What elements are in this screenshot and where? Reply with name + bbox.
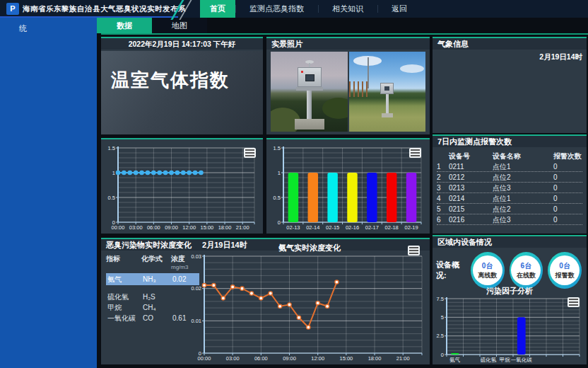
nav-item-home[interactable]: 首页: [200, 0, 235, 18]
svg-text:02-18: 02-18: [385, 224, 399, 231]
table-row: 50215点位20: [437, 204, 582, 214]
svg-text:7.5: 7.5: [437, 296, 444, 302]
svg-text:00:00: 00:00: [112, 224, 125, 231]
svg-text:甲烷: 甲烷: [500, 357, 511, 363]
svg-text:21:00: 21:00: [396, 355, 410, 362]
table-row: 20212点位20: [437, 172, 582, 183]
svg-text:15:00: 15:00: [200, 224, 213, 231]
monitor-device: [380, 83, 394, 94]
alarm-count-badge: 0台 报警数: [548, 252, 582, 289]
device-pole: [307, 91, 312, 120]
svg-text:0.5: 0.5: [108, 195, 115, 201]
dashboard-screen: P 海南省乐东黎族自治县大气恶臭状况实时发布系 首页 监测点恶臭指数 相关知识 …: [0, 0, 588, 368]
panel-pollutants: 恶臭污染物实时浓度变化 2月19日14时 指标 化学式 浓度mg/m3 氨气 N…: [101, 238, 430, 364]
svg-text:18:00: 18:00: [218, 224, 232, 231]
device-pole: [386, 94, 389, 114]
svg-text:硫化氢: 硫化氢: [481, 357, 497, 363]
svg-text:0: 0: [278, 219, 281, 226]
svg-text:1: 1: [112, 170, 115, 176]
svg-text:0.01: 0.01: [191, 318, 201, 324]
greenhouse-body: 温室气体指数: [101, 51, 263, 134]
chart-menu-icon[interactable]: [409, 148, 421, 158]
svg-text:12:00: 12:00: [182, 224, 196, 231]
table-row: 10211点位10: [437, 161, 582, 172]
svg-text:1.5: 1.5: [108, 145, 115, 151]
alarm-header: 7日内监测点报警次数: [433, 136, 587, 147]
nav-item-odor-index[interactable]: 监测点恶臭指数: [235, 0, 318, 18]
site-photo-1: [271, 52, 348, 132]
svg-text:5: 5: [441, 314, 444, 321]
tabs-underline: [101, 33, 588, 35]
panel-daily-bar-chart: 00.511.502-1302-1402-1502-1602-1702-1802…: [266, 138, 430, 234]
svg-text:00:00: 00:00: [198, 355, 211, 362]
svg-text:03:00: 03:00: [129, 224, 143, 231]
datetime-text: 2022年2月19日 14:17:03 下午好: [101, 38, 263, 50]
pollutant-row-h2s[interactable]: 硫化氢 H₂S: [106, 292, 199, 302]
table-row: 40214点位10: [437, 193, 582, 204]
svg-text:0.03: 0.03: [191, 253, 201, 260]
col-index: [437, 151, 449, 161]
topbar-accent-line: [0, 16, 178, 18]
svg-text:03:00: 03:00: [226, 355, 240, 362]
main-nav: 首页 监测点恶臭指数 相关知识 返回: [200, 0, 421, 18]
svg-text:氨气: 氨气: [449, 357, 460, 363]
daily-bar-chart: 00.511.502-1302-1402-1502-1602-1702-1802…: [268, 144, 428, 234]
panel-alarm-counts: 7日内监测点报警次数 设备号 设备名称 报警次数 10211点位10 20212…: [433, 134, 587, 234]
ammonia-chart-title: 氨气实时浓度变化: [207, 243, 412, 253]
device-overview: 设备概况: 0台 离线数 6台 在线数 0台 报警数: [436, 252, 587, 289]
chart-menu-icon[interactable]: [568, 297, 580, 307]
chart-menu-icon[interactable]: [408, 246, 420, 255]
panel-weather-info: 气象信息 2月19日14时: [433, 37, 587, 133]
nav-item-back[interactable]: 返回: [377, 0, 421, 18]
device-base: [295, 119, 324, 130]
svg-text:15:00: 15:00: [339, 355, 353, 362]
weather-header: 气象信息: [433, 38, 587, 50]
svg-text:02-19: 02-19: [404, 224, 418, 231]
vegetation: [322, 98, 348, 119]
app-title: 海南省乐东黎族自治县大气恶臭状况实时发布系: [23, 4, 186, 14]
cloud: [400, 64, 424, 73]
online-count-badge: 6台 在线数: [510, 252, 543, 289]
svg-text:02-15: 02-15: [326, 224, 339, 231]
tab-data[interactable]: 数据: [97, 18, 152, 33]
svg-text:12:00: 12:00: [311, 355, 324, 362]
panel-greenhouse-index: 2022年2月19日 14:17:03 下午好 温室气体指数: [101, 37, 263, 134]
col-alarm-count: 报警次数: [553, 151, 582, 161]
pollutant-row-ammonia[interactable]: 氨气 NH₃ 0.02: [106, 273, 199, 285]
overview-label: 设备概况:: [436, 260, 467, 281]
nav-item-knowledge[interactable]: 相关知识: [318, 0, 377, 18]
device-screen: [384, 86, 389, 91]
site-photo-2: [349, 52, 426, 132]
svg-text:一氧化碳: 一氧化碳: [511, 357, 533, 363]
svg-text:18:00: 18:00: [368, 355, 382, 362]
svg-text:1.5: 1.5: [274, 145, 281, 151]
pollutants-title: 恶臭污染物实时浓度变化: [106, 241, 192, 249]
svg-text:09:00: 09:00: [165, 224, 178, 231]
alarm-table: 设备号 设备名称 报警次数 10211点位10 20212点位20 30213点…: [437, 151, 582, 225]
chart-menu-icon[interactable]: [244, 148, 256, 158]
svg-text:02-13: 02-13: [286, 224, 300, 231]
sidebar: 统: [0, 18, 97, 368]
app-logo-icon: P: [6, 3, 19, 15]
svg-text:02-14: 02-14: [306, 224, 319, 231]
greenhouse-index-title: 温室气体指数: [111, 68, 230, 93]
topbar: P 海南省乐东黎族自治县大气恶臭状况实时发布系 首页 监测点恶臭指数 相关知识 …: [0, 0, 588, 18]
col-device-name: 设备名称: [493, 151, 553, 161]
alarm-table-header: 设备号 设备名称 报警次数: [437, 151, 582, 161]
pollutant-row-ch4[interactable]: 甲烷 CH₄: [106, 302, 199, 313]
sidebar-item-system[interactable]: 统: [19, 23, 27, 34]
svg-text:02-16: 02-16: [346, 224, 359, 231]
panel-site-photos: 实景照片: [266, 37, 430, 134]
pollution-factor-chart-title: 污染因子分析: [433, 286, 587, 297]
view-tabs: 数据 地图: [97, 18, 207, 33]
panel-greenhouse-chart: 00.511.500:0003:0006:0009:0012:0015:0018…: [101, 138, 263, 234]
table-row: 30213点位30: [437, 183, 582, 193]
svg-text:2.5: 2.5: [437, 333, 444, 339]
pollutant-row-co[interactable]: 一氧化碳 CO 0.61: [106, 313, 199, 323]
photo-strip: [271, 52, 425, 132]
svg-text:0: 0: [441, 352, 444, 358]
table-row: 60216点位30: [437, 214, 582, 225]
tab-map[interactable]: 地图: [152, 18, 207, 33]
offline-count-badge: 0台 离线数: [471, 252, 505, 289]
ammonia-line-chart: 00.010.020.0300:0003:0006:0009:0012:0015…: [190, 253, 428, 363]
